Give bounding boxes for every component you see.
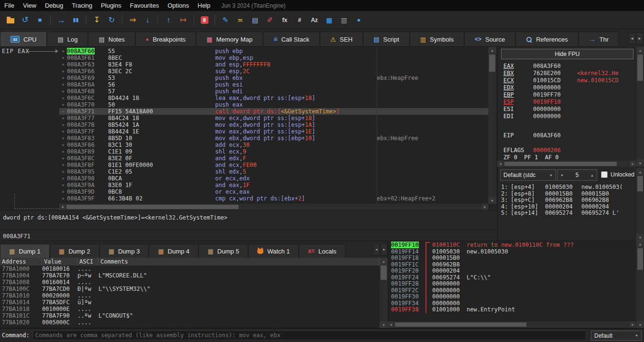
disasm-hscrollbar[interactable]: ◄ ► <box>59 204 488 210</box>
scroll-right-button[interactable]: ► <box>630 161 636 167</box>
checkbox-icon[interactable] <box>601 171 608 178</box>
breakpoint-dot[interactable]: ● <box>59 135 67 142</box>
stack-hscrollbar[interactable]: ◄ ► <box>388 321 636 328</box>
registers-hscrollbar[interactable]: ◄ ► <box>497 161 636 167</box>
breakpoint-dot[interactable]: ● <box>59 182 67 188</box>
register-row-edi[interactable]: EDI00000000 <box>503 113 635 120</box>
tab-memory-map[interactable]: ▦Memory Map <box>196 32 263 46</box>
breakpoint-dot[interactable]: ● <box>59 61 67 68</box>
menu-options[interactable]: Options <box>163 0 193 11</box>
scroll-up-button[interactable]: ▲ <box>488 47 496 54</box>
registers-vscrollbar[interactable]: ▲ ▼ <box>636 47 644 166</box>
disasm-row[interactable]: ●008A3F6A56push esi <box>59 81 488 88</box>
strings-button[interactable]: Az <box>307 13 322 26</box>
breakpoint-dot[interactable]: ● <box>59 128 67 135</box>
run-button[interactable]: → <box>54 13 68 26</box>
tab-thr[interactable]: →Thr <box>579 32 620 46</box>
tab-watch-1[interactable]: Watch 1 <box>248 244 299 258</box>
tab-script[interactable]: ▤Script <box>363 32 410 46</box>
argument-row[interactable]: 5:[esp+14]0069527400695274 L' <box>501 210 635 217</box>
tab-log[interactable]: ▤Log <box>47 32 88 46</box>
tab-locals[interactable]: x=Locals <box>299 244 345 258</box>
stack-row[interactable]: 0019FF18000015B0 <box>391 255 635 262</box>
breakpoint-dot[interactable]: ● <box>59 75 67 81</box>
breakpoint-dot[interactable]: ● <box>59 195 67 202</box>
step-over-button[interactable]: ↻ <box>104 13 119 26</box>
disasm-row[interactable]: ●008A3F6383E4 F8and esp,FFFFFFF8 <box>59 61 488 68</box>
stack-vscrollbar[interactable]: ▲ ▼ <box>636 241 644 328</box>
scroll-thumb[interactable] <box>395 322 526 327</box>
scroll-thumb[interactable] <box>637 248 643 270</box>
breakpoint-dot[interactable]: ● <box>59 88 67 95</box>
scroll-up-button[interactable]: ▲ <box>636 47 644 54</box>
highlight-button[interactable]: ✐ <box>262 13 277 26</box>
argument-count-spinner[interactable]: ▼ 5 ▲ <box>557 169 597 181</box>
dump-header-value[interactable]: Value <box>42 258 77 265</box>
menu-view[interactable]: View <box>19 0 41 11</box>
assemble-button[interactable]: ✎ <box>218 13 233 26</box>
scroll-up-button[interactable]: ▲ <box>636 168 644 175</box>
disasm-vscrollbar[interactable]: ▲ ▼ <box>488 47 496 204</box>
dump-tab-scroll-left[interactable]: ◄ <box>373 243 380 255</box>
memory-layout-button[interactable]: ▥ <box>337 13 351 26</box>
scroll-down-button[interactable]: ▼ <box>380 321 388 328</box>
scroll-left-button[interactable]: ◄ <box>497 161 503 167</box>
run-to-user-code-button[interactable]: ↑ <box>161 13 176 26</box>
calculator-button[interactable]: fx <box>277 13 292 26</box>
disasm-row[interactable]: ●008A3F618BECmov ebp,esp <box>59 55 488 61</box>
disasm-row[interactable]: ●008A3F6B57push edi <box>59 88 488 95</box>
command-input[interactable] <box>33 331 586 340</box>
menu-file[interactable]: File <box>0 0 19 11</box>
disasm-row[interactable]: ●008A3F95C1E2 05shl edx,5 <box>59 168 488 175</box>
disasm-row[interactable]: ●008A3F89C1E1 09shl ecx,9 <box>59 148 488 155</box>
label-button[interactable]: # <box>292 13 307 26</box>
stack-row[interactable]: 0019FF2C00000000 <box>391 287 635 294</box>
tab-references[interactable]: References <box>515 32 578 46</box>
dump-row[interactable]: 77BA100477BA7E70p~ºwL"MSCOREE.DLL" <box>0 272 380 279</box>
register-row-edx[interactable]: EDX00000000 <box>503 84 635 91</box>
scroll-left-button[interactable]: ◄ <box>388 321 394 328</box>
dump-header-comments[interactable]: Comments <box>98 258 380 265</box>
breakpoint-dot[interactable]: ● <box>59 95 67 101</box>
dump-table[interactable]: 77BA100000180016....77BA100477BA7E70p~ºw… <box>0 265 380 328</box>
disasm-row[interactable]: ●008A3F6055push ebp <box>59 48 488 55</box>
breakpoint-dot[interactable]: ● <box>59 168 67 175</box>
scroll-thumb[interactable] <box>381 265 387 280</box>
breakpoint-dot[interactable]: ● <box>59 142 67 148</box>
tab-cpu[interactable]: 32CPU <box>0 32 47 46</box>
tab-dump-4[interactable]: ▦Dump 4 <box>149 244 198 258</box>
disasm-row[interactable]: ●008A3F838B5D 10mov ebx,dword ptr ss:[eb… <box>59 135 488 142</box>
copy-button[interactable]: ▤ <box>248 13 262 26</box>
disasm-row[interactable]: ●008A3F7F8B4424 1Emov eax,dword ptr ss:[… <box>59 128 488 135</box>
disasm-row[interactable]: ●008A3F8683C1 30add ecx,30 <box>59 142 488 148</box>
breakpoint-dot[interactable]: ● <box>59 148 67 155</box>
tab-dump-3[interactable]: ▦Dump 3 <box>99 244 149 258</box>
disasm-row[interactable]: ●008A3F9F66:3B4B 02cmp cx,word ptr ds:[e… <box>59 195 488 202</box>
tab-breakpoints[interactable]: ●Breakpoints <box>135 32 196 46</box>
flags-row[interactable]: ZF 0 PF 1 AF 0 <box>503 154 635 161</box>
settings-button[interactable]: ● <box>351 13 366 26</box>
tab-dump-2[interactable]: ▦Dump 2 <box>50 244 99 258</box>
breakpoint-dot[interactable]: ● <box>59 155 67 162</box>
unlocked-checkbox[interactable]: Unlocked <box>601 171 634 178</box>
dump-row[interactable]: 77BA100C77BA7CD0Đ|ºwL"\\SYSTEM32\\" <box>0 286 380 292</box>
tab-scroll-left-button[interactable]: ◄ <box>628 33 636 44</box>
register-row-ebx[interactable]: EBX7628E200<kernel32.He <box>503 70 635 77</box>
register-row-esp[interactable]: ESP0019FF10 <box>503 99 635 106</box>
disasm-row[interactable]: ●008A3F8F81E1 00FE0000and ecx,FE00 <box>59 162 488 168</box>
tab-seh[interactable]: ⚠SEH <box>320 32 363 46</box>
breakpoint-dot[interactable]: ● <box>59 162 67 168</box>
breakpoint-dot[interactable]: ● <box>59 101 67 108</box>
dump-tab-scroll-right[interactable]: ► <box>381 243 388 255</box>
patch-button[interactable]: ≍ <box>233 13 248 26</box>
stack-row[interactable]: 0019FF2000000204 <box>391 268 635 275</box>
stack-row[interactable]: 0019FF2400695274L"C:\\" <box>391 275 635 281</box>
register-row-ebp[interactable]: EBP0019FF70 <box>503 91 635 99</box>
stack-row[interactable]: 0019FF3400000000 <box>391 300 635 307</box>
scroll-thumb[interactable] <box>504 162 617 166</box>
command-profile-select[interactable]: Default ▼ <box>591 331 642 341</box>
scroll-right-button[interactable]: ► <box>630 321 636 328</box>
trace-button[interactable]: 8 <box>197 13 212 26</box>
disasm-row[interactable]: ●008A3F6C8D4424 18lea eax,dword ptr ss:[… <box>59 95 488 101</box>
open-file-button[interactable] <box>3 13 18 26</box>
